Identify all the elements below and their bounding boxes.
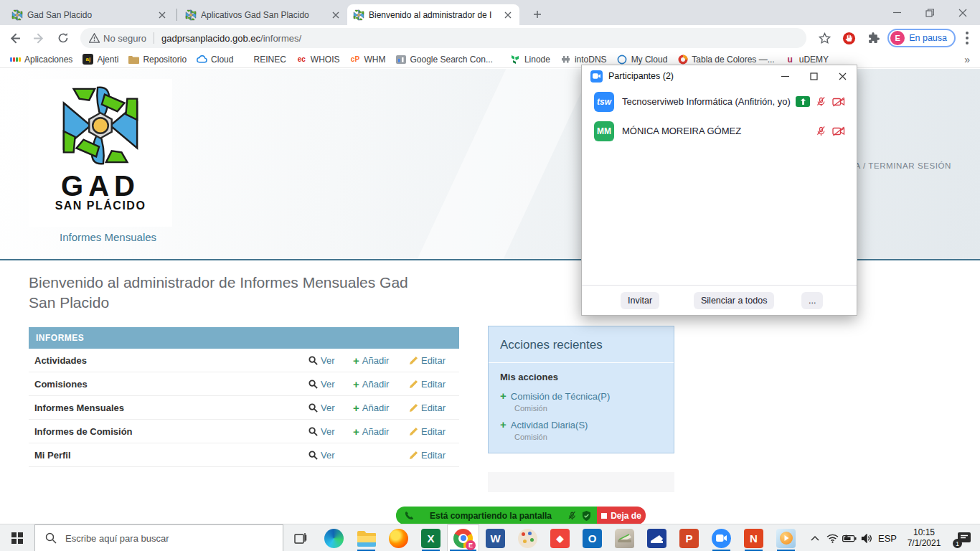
bookmark-cloud[interactable]: Cloud	[197, 54, 233, 65]
ver-link[interactable]: Ver	[308, 355, 353, 366]
recent-action-link[interactable]: Actividad Diaria(S)	[511, 420, 588, 430]
anadir-link[interactable]: +Añadir	[353, 378, 409, 390]
row-label[interactable]: Informes de Comisión	[29, 426, 308, 437]
bookmark-linode[interactable]: Linode	[510, 54, 550, 65]
recent-action-item: +Comisión de Técnica(P) Comisión	[489, 385, 674, 414]
recent-action-link[interactable]: Comisión de Técnica(P)	[511, 391, 610, 402]
row-label[interactable]: Comisiones	[29, 379, 308, 390]
adblock-extension-button[interactable]	[839, 28, 859, 48]
editar-link[interactable]: Editar	[409, 402, 459, 413]
taskbar-word-icon[interactable]: W	[479, 524, 512, 551]
taskbar-anydesk-icon[interactable]: ◆	[544, 524, 576, 551]
language-indicator[interactable]: ESP	[875, 533, 900, 544]
zoom-participants-window[interactable]: Participantes (2) tsw Tecnoserviweb Info…	[581, 65, 857, 316]
recent-action-type: Comisión	[514, 402, 662, 413]
row-label[interactable]: Informes Mensuales	[29, 402, 308, 413]
taskbar-firefox-icon[interactable]	[382, 524, 415, 551]
task-view-button[interactable]	[286, 524, 316, 551]
editar-link[interactable]: Editar	[409, 426, 459, 437]
site-home-link[interactable]: Informes Mensuales	[60, 231, 156, 243]
bookmark-udemy[interactable]: uuDEMY	[785, 54, 829, 65]
tab-separator	[176, 9, 177, 21]
zoom-minimize-button[interactable]	[771, 65, 799, 87]
taskbar-zoom-icon[interactable]	[705, 524, 738, 551]
stop-sharing-button[interactable]: Deja de	[597, 507, 646, 524]
taskbar-file-explorer-icon[interactable]	[350, 524, 382, 551]
taskbar-paint-icon[interactable]	[512, 524, 544, 551]
anadir-link[interactable]: +Añadir	[353, 425, 409, 438]
tab-bienvenido-active[interactable]: Bienvenido al administrador de I	[347, 4, 519, 25]
ver-link[interactable]: Ver	[308, 426, 353, 437]
bookmark-whm[interactable]: cPWHM	[349, 54, 385, 65]
taskbar-nitro-pdf-icon[interactable]: N	[738, 524, 770, 551]
wifi-icon[interactable]	[824, 524, 841, 551]
bookmark-whois[interactable]: ecWHOIS	[296, 54, 340, 65]
zoom-close-button[interactable]	[828, 65, 857, 87]
taskbar-epson-scan-icon[interactable]	[641, 524, 673, 551]
ver-link[interactable]: Ver	[308, 450, 353, 461]
more-options-button[interactable]: ...	[801, 292, 823, 309]
invite-button[interactable]: Invitar	[621, 292, 659, 309]
tab-aplicativos[interactable]: Aplicativos Gad San Placido	[179, 4, 347, 25]
taskbar-edge-icon[interactable]	[318, 524, 350, 551]
tab-close-icon[interactable]	[330, 9, 341, 21]
ver-link[interactable]: Ver	[308, 402, 353, 413]
tab-gad-san-placido[interactable]: Gad San Placido	[6, 4, 174, 25]
anadir-link[interactable]: +Añadir	[353, 402, 409, 414]
bookmark-ajenti[interactable]: ajAjenti	[83, 54, 118, 65]
taskbar-clock[interactable]: 10:157/1/2021	[900, 527, 948, 549]
security-indicator[interactable]: No seguro	[89, 33, 146, 44]
participant-row[interactable]: tsw Tecnoserviweb Informática (Anfitrión…	[582, 87, 857, 116]
bookmark-search-console[interactable]: Google Search Con...	[395, 54, 492, 65]
editar-link[interactable]: Editar	[409, 355, 459, 366]
tab-close-icon[interactable]	[156, 9, 168, 21]
editar-link[interactable]: Editar	[409, 450, 459, 461]
participant-row[interactable]: MM MÓNICA MOREIRA GÓMEZ	[582, 116, 857, 146]
extensions-button[interactable]	[863, 28, 883, 48]
reload-button[interactable]	[53, 28, 73, 48]
taskbar-media-player-icon[interactable]	[770, 524, 802, 551]
bookmark-tabla-colores[interactable]: Tabla de Colores —...	[677, 54, 774, 65]
zoom-window-titlebar[interactable]: Participantes (2)	[582, 65, 857, 87]
taskbar-excel-icon[interactable]: X	[415, 524, 447, 551]
bookmark-my-cloud[interactable]: My Cloud	[617, 54, 668, 65]
bookmark-aplicaciones[interactable]: Aplicaciones	[10, 54, 72, 65]
row-label[interactable]: Mi Perfil	[29, 450, 308, 461]
window-minimize-button[interactable]	[880, 0, 913, 25]
taskbar-search-input[interactable]: Escribe aquí para buscar	[34, 524, 283, 551]
pencil-icon	[409, 451, 418, 460]
row-label[interactable]: Actividades	[29, 355, 308, 366]
new-tab-button[interactable]	[529, 6, 546, 23]
taskbar-powerpoint-icon[interactable]: P	[673, 524, 705, 551]
window-close-button[interactable]	[946, 0, 979, 25]
start-button[interactable]	[0, 524, 34, 551]
bookmarks-overflow-button[interactable]: »	[964, 54, 970, 65]
bookmark-star-button[interactable]	[814, 28, 834, 48]
table-caption[interactable]: INFORMES	[29, 327, 459, 349]
bookmark-intodns[interactable]: intoDNS	[560, 54, 607, 65]
profile-button[interactable]: E En pausa	[887, 29, 956, 47]
bookmark-reinec[interactable]: REINEC	[253, 55, 286, 65]
volume-icon[interactable]	[858, 524, 875, 551]
window-restore-button[interactable]	[913, 0, 946, 25]
forward-button[interactable]	[29, 28, 49, 48]
ver-link[interactable]: Ver	[308, 379, 353, 390]
taskbar-chrome-icon[interactable]: E	[447, 524, 479, 551]
tray-expand-chevron-icon[interactable]	[806, 524, 824, 551]
taskbar-outlook-icon[interactable]: O	[576, 524, 608, 551]
tab-close-icon[interactable]	[502, 9, 514, 21]
bookmark-repositorio[interactable]: Repositorio	[128, 54, 187, 65]
zoom-maximize-button[interactable]	[799, 65, 828, 87]
time: 10:15	[913, 527, 935, 537]
anadir-link[interactable]: +Añadir	[353, 354, 409, 367]
mute-all-button[interactable]: Silenciar a todos	[694, 292, 774, 309]
back-button[interactable]	[4, 28, 24, 48]
star-icon	[819, 32, 831, 44]
editar-link[interactable]: Editar	[409, 379, 459, 390]
omnibox-divider	[154, 32, 154, 44]
action-center-button[interactable]: 1	[948, 524, 980, 551]
battery-icon[interactable]	[841, 524, 858, 551]
address-bar[interactable]: No seguro gadprsanplacido.gob.ec/informe…	[80, 28, 806, 48]
taskbar-scanner-icon[interactable]	[608, 524, 641, 551]
chrome-menu-button[interactable]	[966, 37, 969, 39]
